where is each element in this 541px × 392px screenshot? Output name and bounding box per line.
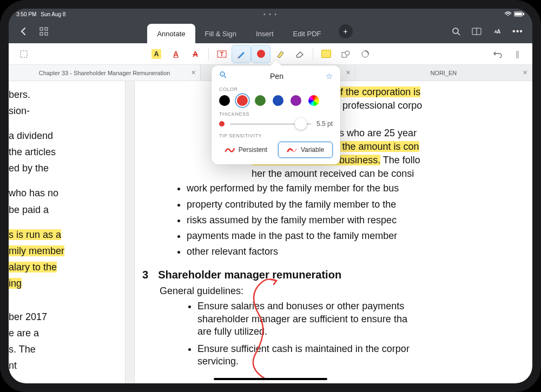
persistent-stroke-icon [225, 146, 235, 154]
tip-persistent-button[interactable]: Persistent [219, 142, 273, 158]
color-blue[interactable] [273, 95, 283, 106]
svg-line-18 [224, 76, 226, 78]
thickness-label: THICKNESS [219, 111, 333, 117]
eraser-tool[interactable] [291, 45, 309, 63]
stamp-tool[interactable] [356, 45, 374, 63]
svg-rect-4 [45, 28, 48, 30]
svg-rect-6 [45, 32, 48, 35]
variable-stroke-icon [287, 146, 298, 154]
battery-icon [514, 11, 525, 17]
tab-insert[interactable]: Insert [246, 24, 283, 43]
color-picker-button[interactable] [252, 45, 270, 63]
undo-button[interactable] [489, 45, 507, 63]
svg-point-15 [345, 51, 349, 55]
svg-point-7 [453, 28, 458, 34]
status-date: Sun Aug 8 [41, 11, 65, 17]
color-black[interactable] [219, 95, 230, 106]
svg-rect-1 [515, 13, 522, 16]
home-indicator[interactable] [214, 378, 327, 380]
thickness-preview-dot [219, 121, 225, 127]
pen-settings-popover: + Pen ☆ COLOR THICKNESS 5.5 pt TIP SENSI… [212, 65, 340, 164]
toolbar-handle[interactable]: || [508, 45, 526, 63]
add-tab-button[interactable]: + [339, 24, 353, 38]
main-toolbar: Annotate Fill & Sign Insert Edit PDF + A… [9, 19, 532, 43]
doc-tab-1[interactable]: Chapter 33 - Shareholder Manager Remuner… [9, 65, 201, 81]
highlight-text-tool[interactable]: A [147, 45, 166, 63]
outline-icon[interactable] [469, 23, 485, 39]
subheading: General guidelines: [138, 284, 532, 298]
grid-icon[interactable] [36, 23, 52, 39]
svg-rect-2 [523, 13, 524, 15]
shape-tool[interactable] [337, 45, 355, 63]
svg-rect-11 [21, 51, 27, 57]
close-icon[interactable]: ✕ [191, 69, 196, 76]
svg-rect-3 [40, 28, 43, 30]
color-purple[interactable] [291, 95, 301, 106]
slider-thumb[interactable] [295, 118, 307, 130]
svg-text:+: + [221, 72, 223, 76]
back-button[interactable] [15, 23, 31, 39]
color-red[interactable] [237, 95, 248, 106]
svg-line-8 [458, 33, 460, 35]
sticky-note-tool[interactable] [317, 45, 335, 63]
annotation-toolbar: A A A T [9, 43, 532, 65]
favorite-star-icon[interactable]: ☆ [326, 71, 333, 81]
section-heading: 3Shareholder manager remuneration [142, 267, 532, 282]
status-bar: 3:50 PM Sun Aug 8 • • • [9, 9, 532, 19]
tab-edit-pdf[interactable]: Edit PDF [283, 24, 331, 43]
doc-tab-1-label: Chapter 33 - Shareholder Manager Remuner… [39, 70, 170, 76]
strikethrough-tool[interactable]: A [186, 45, 204, 63]
color-custom[interactable] [308, 95, 319, 106]
thickness-value: 5.5 pt [316, 120, 333, 128]
left-document-pane[interactable]: bers. sion- a dividend the articles ed b… [9, 81, 125, 383]
thickness-slider[interactable] [230, 123, 311, 125]
highlighter-tool[interactable] [271, 45, 289, 63]
multitask-dots[interactable]: • • • [263, 11, 278, 17]
tip-label: TIP SENSITIVITY [219, 133, 333, 138]
close-icon[interactable]: ✕ [346, 69, 351, 76]
pen-tool[interactable] [232, 45, 250, 63]
svg-text:T: T [220, 51, 223, 57]
text-settings-icon[interactable]: AA [489, 23, 505, 39]
search-icon[interactable] [448, 23, 464, 39]
status-time: 3:50 PM [16, 11, 36, 17]
wifi-icon [504, 11, 512, 17]
selection-tool-icon[interactable] [15, 45, 33, 63]
popover-title: Pen [270, 72, 283, 81]
doc-tab-3-label: NORI_EN [430, 70, 457, 76]
close-icon[interactable]: ✕ [523, 69, 527, 76]
tip-variable-button[interactable]: Variable [278, 142, 333, 158]
text-box-tool[interactable]: T [213, 45, 231, 63]
magnifier-icon[interactable]: + [219, 71, 228, 81]
tab-annotate[interactable]: Annotate [147, 24, 195, 43]
svg-rect-5 [40, 32, 43, 35]
status-right-icons [504, 11, 525, 17]
color-green[interactable] [255, 95, 266, 106]
doc-tab-3[interactable]: NORI_EN ✕ [355, 65, 532, 81]
underline-tool[interactable]: A [167, 45, 185, 63]
more-icon[interactable]: ••• [510, 23, 526, 39]
color-label: COLOR [219, 87, 333, 92]
pane-divider[interactable] [125, 81, 135, 383]
tab-fill-sign[interactable]: Fill & Sign [195, 24, 247, 43]
